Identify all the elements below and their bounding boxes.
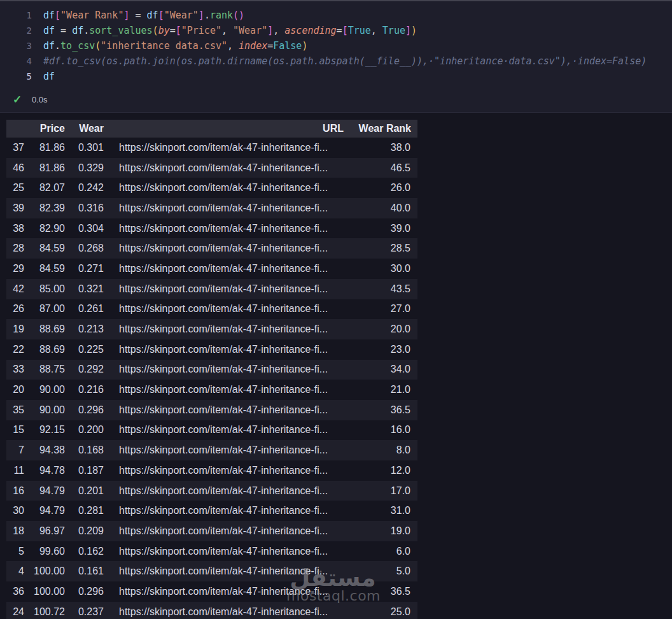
table-row[interactable]: 3590.000.296https://skinport.com/item/ak… — [6, 400, 417, 420]
code-token: df — [43, 25, 55, 36]
code-token: ) — [302, 40, 307, 52]
table-cell-price: 90.00 — [28, 380, 67, 400]
table-cell-url: https://skinport.com/item/ak-47-inherita… — [107, 259, 349, 279]
table-row[interactable]: 2090.000.216https://skinport.com/item/ak… — [6, 380, 417, 400]
table-cell-index: 7 — [6, 440, 28, 460]
header-wear: Wear — [67, 120, 107, 138]
code-line[interactable]: 5df — [0, 69, 672, 84]
table-cell-rank: 36.5 — [349, 581, 417, 602]
table-cell-price: 84.59 — [28, 238, 67, 259]
table-cell-wear: 0.213 — [67, 319, 107, 339]
code-token: df — [43, 40, 55, 52]
table-cell-price: 92.15 — [28, 420, 67, 441]
table-cell-index: 16 — [6, 481, 28, 501]
table-cell-index: 15 — [6, 420, 28, 441]
table-row[interactable]: 2884.590.268https://skinport.com/item/ak… — [6, 238, 417, 259]
header-index — [6, 120, 28, 138]
table-cell-price: 100.72 — [28, 602, 67, 619]
notebook-code-cell[interactable]: 1df["Wear Rank"] = df["Wear"].rank()2df … — [0, 0, 672, 113]
table-row[interactable]: 2984.590.271https://skinport.com/item/ak… — [6, 259, 417, 279]
table-cell-url: https://skinport.com/item/ak-47-inherita… — [107, 501, 349, 521]
code-line[interactable]: 1df["Wear Rank"] = df["Wear"].rank() — [0, 8, 672, 23]
table-row[interactable]: 4285.000.321https://skinport.com/item/ak… — [6, 279, 417, 299]
code-line[interactable]: 2df = df.sort_values(by=["Price", "Wear"… — [0, 23, 672, 38]
table-row[interactable]: 1988.690.213https://skinport.com/item/ak… — [6, 319, 417, 339]
table-cell-rank: 12.0 — [349, 460, 417, 481]
code-token: df — [147, 10, 158, 21]
table-row[interactable]: 599.600.162https://skinport.com/item/ak-… — [6, 541, 417, 562]
code-line[interactable]: 3df.to_csv("inheritance data.csv", index… — [0, 38, 672, 53]
table-cell-wear: 0.304 — [67, 218, 107, 239]
code-text: #df.to_csv(os.path.join(os.path.dirname(… — [43, 53, 647, 69]
table-cell-price: 81.86 — [28, 138, 67, 158]
table-cell-wear: 0.242 — [67, 178, 107, 198]
line-number: 2 — [0, 23, 32, 38]
table-cell-price: 82.39 — [28, 198, 67, 218]
table-cell-url: https://skinport.com/item/ak-47-inherita… — [107, 360, 349, 380]
table-row[interactable]: 1592.150.200https://skinport.com/item/ak… — [6, 420, 417, 441]
table-cell-wear: 0.216 — [67, 380, 107, 400]
code-text: df["Wear Rank"] = df["Wear"].rank() — [43, 8, 244, 23]
code-line[interactable]: 4#df.to_csv(os.path.join(os.path.dirname… — [0, 53, 672, 69]
table-cell-wear: 0.281 — [67, 501, 107, 521]
code-text: df.to_csv("inheritance data.csv", index=… — [43, 38, 307, 53]
table-row[interactable]: 4100.000.161https://skinport.com/item/ak… — [6, 561, 417, 581]
code-token: False — [273, 40, 302, 52]
execution-time: 0.0s — [32, 95, 48, 104]
table-cell-rank: 31.0 — [349, 501, 417, 521]
table-cell-index: 18 — [6, 521, 28, 541]
table-cell-rank: 5.0 — [349, 561, 417, 581]
table-cell-url: https://skinport.com/item/ak-47-inherita… — [107, 158, 349, 178]
table-row[interactable]: 36100.000.296https://skinport.com/item/a… — [6, 581, 417, 602]
table-row[interactable]: 3882.900.304https://skinport.com/item/ak… — [6, 218, 417, 239]
table-row[interactable]: 24100.720.237https://skinport.com/item/a… — [6, 602, 417, 619]
code-token: ) — [411, 25, 417, 36]
code-token: by — [158, 25, 170, 36]
table-body: 3781.860.301https://skinport.com/item/ak… — [6, 138, 417, 619]
table-cell-rank: 28.5 — [349, 238, 417, 259]
table-cell-rank: 34.0 — [349, 360, 417, 380]
table-cell-url: https://skinport.com/item/ak-47-inherita… — [107, 138, 349, 158]
table-row[interactable]: 3982.390.316https://skinport.com/item/ak… — [6, 198, 417, 218]
table-cell-index: 28 — [6, 238, 28, 259]
table-row[interactable]: 2582.070.242https://skinport.com/item/ak… — [6, 178, 417, 198]
table-cell-url: https://skinport.com/item/ak-47-inherita… — [107, 460, 349, 481]
code-token: = — [170, 25, 176, 36]
table-cell-rank: 43.5 — [349, 279, 417, 299]
table-cell-index: 25 — [6, 178, 28, 198]
table-cell-wear: 0.261 — [67, 299, 107, 320]
table-cell-wear: 0.271 — [67, 259, 107, 279]
code-token: df — [43, 71, 55, 82]
code-token: to_csv — [60, 40, 95, 52]
table-cell-url: https://skinport.com/item/ak-47-inherita… — [107, 339, 349, 360]
table-cell-url: https://skinport.com/item/ak-47-inherita… — [107, 541, 349, 562]
table-cell-rank: 26.0 — [349, 178, 417, 198]
code-token: , — [273, 25, 284, 36]
table-row[interactable]: 4681.860.329https://skinport.com/item/ak… — [6, 158, 417, 178]
table-row[interactable]: 3781.860.301https://skinport.com/item/ak… — [6, 138, 417, 158]
code-token: () — [233, 10, 244, 21]
code-text: df — [43, 69, 55, 84]
table-cell-wear: 0.225 — [67, 339, 107, 360]
header-url: URL — [107, 120, 349, 138]
table-row[interactable]: 2288.690.225https://skinport.com/item/ak… — [6, 339, 417, 360]
table-row[interactable]: 3388.750.292https://skinport.com/item/ak… — [6, 360, 417, 380]
table-row[interactable]: 3094.790.281https://skinport.com/item/ak… — [6, 501, 417, 521]
code-token: , — [371, 25, 382, 36]
table-cell-price: 82.07 — [28, 178, 67, 198]
table-cell-wear: 0.200 — [67, 420, 107, 441]
table-row[interactable]: 1194.780.187https://skinport.com/item/ak… — [6, 460, 417, 481]
code-area[interactable]: 1df["Wear Rank"] = df["Wear"].rank()2df … — [0, 1, 672, 84]
table-cell-url: https://skinport.com/item/ak-47-inherita… — [107, 420, 349, 441]
table-row[interactable]: 2687.000.261https://skinport.com/item/ak… — [6, 299, 417, 320]
table-cell-index: 5 — [6, 541, 28, 562]
table-cell-index: 20 — [6, 380, 28, 400]
table-cell-price: 94.79 — [28, 501, 67, 521]
table-cell-index: 39 — [6, 198, 28, 218]
table-row[interactable]: 1694.790.201https://skinport.com/item/ak… — [6, 481, 417, 501]
code-token: = — [129, 10, 146, 21]
table-row[interactable]: 794.380.168https://skinport.com/item/ak-… — [6, 440, 417, 460]
table-header-row: Price Wear URL Wear Rank — [6, 120, 417, 138]
table-cell-price: 81.86 — [28, 158, 67, 178]
table-row[interactable]: 1896.970.209https://skinport.com/item/ak… — [6, 521, 417, 541]
